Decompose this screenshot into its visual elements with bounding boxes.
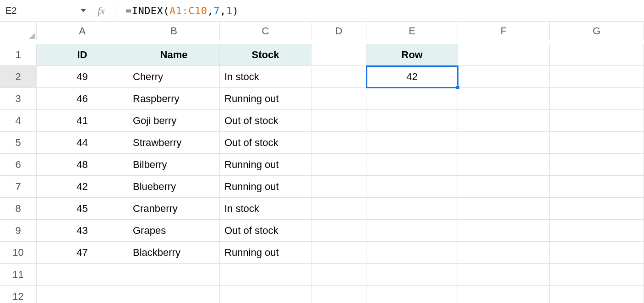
cell-G2[interactable] [550, 66, 644, 88]
cell-D3[interactable] [311, 88, 366, 110]
cell-E8[interactable] [366, 198, 458, 220]
cell-A12[interactable] [37, 286, 128, 303]
select-all-corner[interactable] [0, 22, 37, 40]
cell-F11[interactable] [458, 264, 550, 286]
cell-C9[interactable]: Out of stock [220, 220, 311, 242]
cell-C4[interactable]: Out of stock [220, 110, 311, 132]
row-header[interactable]: 5 [0, 132, 37, 154]
cell-A11[interactable] [37, 264, 128, 286]
row-header[interactable]: 4 [0, 110, 37, 132]
cell-D1[interactable] [311, 44, 366, 66]
cell-F6[interactable] [458, 154, 550, 176]
name-box-wrap[interactable]: E2 [4, 0, 91, 22]
cell-E7[interactable] [366, 176, 458, 198]
cell-G7[interactable] [550, 176, 644, 198]
cell-G8[interactable] [550, 198, 644, 220]
cell-G3[interactable] [550, 88, 644, 110]
cell-A1[interactable]: ID [37, 44, 128, 66]
cell-B1[interactable]: Name [128, 44, 220, 66]
cell-G12[interactable] [550, 286, 644, 303]
cell-A6[interactable]: 48 [37, 154, 128, 176]
fx-icon[interactable]: fx [91, 5, 116, 17]
cell-F8[interactable] [458, 198, 550, 220]
cell-A4[interactable]: 41 [37, 110, 128, 132]
cell-C5[interactable]: Out of stock [220, 132, 311, 154]
cell-G4[interactable] [550, 110, 644, 132]
cell-F2[interactable] [458, 66, 550, 88]
cell-D12[interactable] [311, 286, 366, 303]
cell-C12[interactable] [220, 286, 311, 303]
cell-D8[interactable] [311, 198, 366, 220]
cell-E3[interactable] [366, 88, 458, 110]
cell-B2[interactable]: Cherry [128, 66, 220, 88]
cell-A8[interactable]: 45 [37, 198, 128, 220]
cell-D7[interactable] [311, 176, 366, 198]
cell-C3[interactable]: Running out [220, 88, 311, 110]
cell-B9[interactable]: Grapes [128, 220, 220, 242]
cell-B6[interactable]: Bilberry [128, 154, 220, 176]
cell-G5[interactable] [550, 132, 644, 154]
cell-C11[interactable] [220, 264, 311, 286]
cell-F12[interactable] [458, 286, 550, 303]
cell-E10[interactable] [366, 242, 458, 264]
cell-E5[interactable] [366, 132, 458, 154]
cell-C8[interactable]: In stock [220, 198, 311, 220]
cell-F10[interactable] [458, 242, 550, 264]
cell-D11[interactable] [311, 264, 366, 286]
cell-E4[interactable] [366, 110, 458, 132]
cell-E12[interactable] [366, 286, 458, 303]
cell-D6[interactable] [311, 154, 366, 176]
col-header-F[interactable]: F [458, 22, 550, 40]
cell-B10[interactable]: Blackberry [128, 242, 220, 264]
cell-G11[interactable] [550, 264, 644, 286]
cell-B4[interactable]: Goji berry [128, 110, 220, 132]
cell-C2[interactable]: In stock [220, 66, 311, 88]
cell-E6[interactable] [366, 154, 458, 176]
cell-C7[interactable]: Running out [220, 176, 311, 198]
cell-F4[interactable] [458, 110, 550, 132]
cell-E9[interactable] [366, 220, 458, 242]
cell-A10[interactable]: 47 [37, 242, 128, 264]
cell-B5[interactable]: Strawberry [128, 132, 220, 154]
col-header-A[interactable]: A [37, 22, 128, 40]
col-header-B[interactable]: B [128, 22, 220, 40]
spreadsheet-grid[interactable]: A B C D E F G 1 ID Name Stock Row 2 49 C… [0, 22, 644, 303]
cell-G1[interactable] [550, 44, 644, 66]
cell-B11[interactable] [128, 264, 220, 286]
cell-D9[interactable] [311, 220, 366, 242]
cell-A2[interactable]: 49 [37, 66, 128, 88]
cell-C10[interactable]: Running out [220, 242, 311, 264]
row-header[interactable]: 10 [0, 242, 37, 264]
col-header-G[interactable]: G [550, 22, 644, 40]
formula-input[interactable]: =INDEX(A1:C10, 7, 1) [126, 5, 239, 16]
row-header[interactable]: 1 [0, 44, 37, 66]
row-header[interactable]: 3 [0, 88, 37, 110]
cell-G10[interactable] [550, 242, 644, 264]
cell-E1[interactable]: Row [366, 44, 458, 66]
row-header[interactable]: 2 [0, 66, 37, 88]
cell-D2[interactable] [311, 66, 366, 88]
cell-C6[interactable]: Running out [220, 154, 311, 176]
cell-G6[interactable] [550, 154, 644, 176]
cell-F3[interactable] [458, 88, 550, 110]
cell-F5[interactable] [458, 132, 550, 154]
cell-B3[interactable]: Raspberry [128, 88, 220, 110]
row-header[interactable]: 12 [0, 286, 37, 303]
row-header[interactable]: 8 [0, 198, 37, 220]
row-header[interactable]: 7 [0, 176, 37, 198]
cell-E2-selected[interactable]: 42 [366, 66, 458, 88]
cell-F7[interactable] [458, 176, 550, 198]
cell-F9[interactable] [458, 220, 550, 242]
cell-A5[interactable]: 44 [37, 132, 128, 154]
col-header-D[interactable]: D [311, 22, 366, 40]
cell-E11[interactable] [366, 264, 458, 286]
cell-A3[interactable]: 46 [37, 88, 128, 110]
cell-D5[interactable] [311, 132, 366, 154]
cell-B7[interactable]: Blueberry [128, 176, 220, 198]
name-box-dropdown-icon[interactable] [81, 7, 86, 15]
cell-G9[interactable] [550, 220, 644, 242]
cell-D4[interactable] [311, 110, 366, 132]
fill-handle[interactable] [456, 86, 460, 90]
row-header[interactable]: 11 [0, 264, 37, 286]
cell-F1[interactable] [458, 44, 550, 66]
